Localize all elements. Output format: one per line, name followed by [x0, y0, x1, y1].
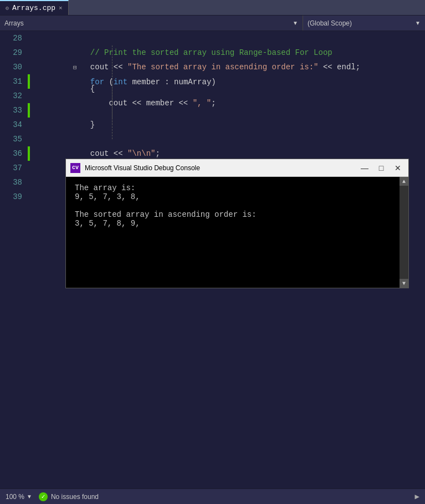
console-title: Microsoft Visual Studio Debug Console: [85, 164, 354, 172]
scroll-thumb[interactable]: [400, 186, 408, 279]
status-bar: 100 % ▼ ✓ No issues found ▶: [0, 488, 425, 504]
console-output-line4: The sorted array in ascending order is:: [75, 210, 400, 219]
scope-left-label: Arrays: [4, 19, 24, 27]
line-number: 28: [0, 31, 28, 45]
nav-arrow-right[interactable]: ▶: [415, 492, 419, 502]
console-minimize-button[interactable]: —: [359, 162, 371, 174]
console-app-icon: cv: [70, 163, 80, 173]
line-number: 31: [0, 74, 28, 89]
console-output-line3: [75, 201, 400, 210]
table-row: 34 }: [0, 118, 425, 132]
line-number: 29: [0, 45, 28, 60]
console-output-line5: 3, 5, 7, 8, 9,: [75, 219, 400, 228]
status-label: No issues found: [51, 493, 99, 501]
console-output-line2: 9, 5, 7, 3, 8,: [75, 192, 400, 201]
console-body: The array is: 9, 5, 7, 3, 8, The sorted …: [66, 177, 408, 288]
line-number: 34: [0, 118, 28, 132]
scope-right-label: (Global Scope): [308, 19, 352, 27]
status-check: ✓ No issues found: [39, 492, 99, 501]
scroll-up-button[interactable]: ▲: [400, 177, 408, 186]
scope-dropdown[interactable]: (Global Scope) ▼: [308, 19, 421, 27]
tab-bar: ⊙ Arrays.cpp ×: [0, 0, 425, 16]
zoom-value: 100 %: [6, 493, 24, 501]
tab-pin-icon: ⊙: [6, 5, 9, 12]
console-close-button[interactable]: ✕: [392, 162, 404, 174]
line-number: 37: [0, 161, 28, 175]
line-number: 33: [0, 103, 28, 118]
scope-left[interactable]: Arrays ▼: [0, 16, 303, 30]
scope-right[interactable]: (Global Scope) ▼: [303, 16, 425, 30]
line-number: 36: [0, 146, 28, 161]
green-bar: [28, 146, 30, 161]
check-icon: ✓: [39, 492, 48, 501]
scope-left-arrow: ▼: [293, 20, 298, 26]
tab-filename: Arrays.cpp: [12, 4, 55, 12]
code-area: 28 29 // Print the sorted array using Ra…: [0, 31, 425, 488]
nav-arrow-icon: ▶: [415, 492, 419, 501]
console-restore-button[interactable]: □: [375, 162, 387, 174]
line-number: 30: [0, 60, 28, 74]
zoom-control[interactable]: 100 % ▼: [6, 493, 32, 501]
console-window: cv Microsoft Visual Studio Debug Console…: [65, 159, 409, 288]
scope-right-arrow: ▼: [415, 20, 421, 26]
console-scrollbar[interactable]: ▲ ▼: [400, 177, 408, 288]
active-tab[interactable]: ⊙ Arrays.cpp ×: [0, 0, 69, 15]
line-number: 32: [0, 89, 28, 103]
console-titlebar: cv Microsoft Visual Studio Debug Console…: [66, 159, 408, 177]
zoom-arrow-icon: ▼: [27, 493, 32, 500]
line-number: 38: [0, 175, 28, 190]
scope-bar: Arrays ▼ (Global Scope) ▼: [0, 16, 425, 31]
green-bar: [28, 103, 30, 118]
console-output-line1: The array is:: [75, 184, 400, 192]
tab-close-button[interactable]: ×: [59, 5, 63, 12]
line-number: 35: [0, 132, 28, 146]
line-number: 39: [0, 190, 28, 204]
scroll-down-button[interactable]: ▼: [400, 279, 408, 288]
